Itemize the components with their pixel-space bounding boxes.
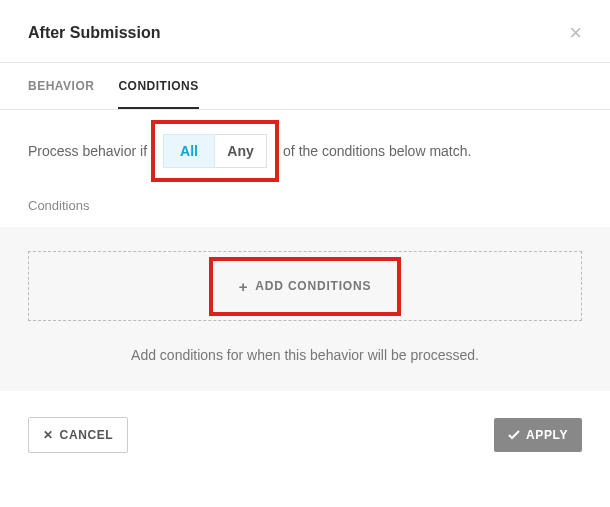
conditions-hint: Add conditions for when this behavior wi…	[28, 347, 582, 363]
footer: ✕ CANCEL APPLY	[0, 391, 610, 479]
process-suffix: of the conditions below match.	[283, 143, 471, 159]
tab-behavior[interactable]: BEHAVIOR	[28, 63, 94, 109]
modal-header: After Submission ×	[0, 0, 610, 62]
toggle-all[interactable]: All	[163, 134, 215, 168]
tab-conditions[interactable]: CONDITIONS	[118, 63, 198, 109]
toggle-any[interactable]: Any	[215, 134, 267, 168]
process-row: Process behavior if All Any of the condi…	[28, 134, 582, 168]
x-icon: ✕	[43, 428, 54, 442]
apply-button[interactable]: APPLY	[494, 418, 582, 452]
close-icon[interactable]: ×	[569, 22, 582, 44]
apply-label: APPLY	[526, 428, 568, 442]
match-toggle: All Any	[163, 134, 267, 168]
cancel-label: CANCEL	[60, 428, 114, 442]
tabs: BEHAVIOR CONDITIONS	[0, 63, 610, 110]
after-submission-modal: After Submission × BEHAVIOR CONDITIONS P…	[0, 0, 610, 479]
conditions-label: Conditions	[28, 198, 582, 213]
add-conditions-label: ADD CONDITIONS	[255, 279, 371, 293]
add-conditions-box[interactable]: + ADD CONDITIONS	[28, 251, 582, 321]
check-icon	[508, 430, 520, 440]
modal-title: After Submission	[28, 24, 160, 42]
content: Process behavior if All Any of the condi…	[0, 110, 610, 391]
plus-icon: +	[239, 279, 249, 294]
cancel-button[interactable]: ✕ CANCEL	[28, 417, 128, 453]
add-conditions-inner: + ADD CONDITIONS	[221, 271, 389, 302]
conditions-area: + ADD CONDITIONS Add conditions for when…	[0, 227, 610, 391]
process-prefix: Process behavior if	[28, 143, 147, 159]
